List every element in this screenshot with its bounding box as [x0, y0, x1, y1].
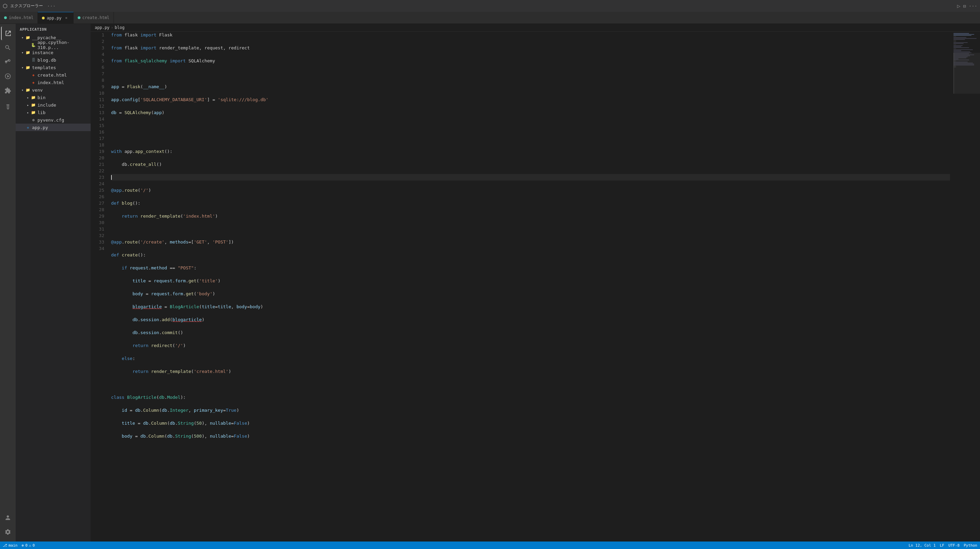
activity-bar [0, 24, 16, 541]
tree-item-app-cpython[interactable]: 🐍 app.cpython-310.p... [16, 41, 91, 49]
tab-label-index-html: index.html [9, 15, 33, 20]
title-bar-label: エクスプローラー [10, 3, 43, 9]
tree-item-venv[interactable]: ▾ 📁 venv [16, 86, 91, 94]
tree-label-pyvenv-cfg: pyvenv.cfg [38, 117, 64, 122]
status-line-ending[interactable]: LF [940, 543, 944, 547]
title-bar-menu-dots[interactable]: ··· [47, 3, 56, 9]
status-language[interactable]: Python [964, 543, 977, 547]
file-icon-pyvenv-cfg: ⚙ [31, 117, 36, 122]
activity-extensions[interactable] [1, 84, 15, 97]
tab-icon-app-py [42, 17, 45, 19]
code-line-8 [111, 122, 950, 129]
activity-run-debug[interactable] [1, 70, 15, 83]
folder-icon-instance: 📁 [25, 50, 31, 55]
code-line-4 [111, 70, 950, 77]
activity-explorer[interactable] [1, 27, 15, 40]
code-line-17: @app.route('/create', methods=['GET', 'P… [111, 239, 950, 245]
status-bar: ⎇ main ⊗ 0 ⚠ 0 Ln 12, Col 1 LF UTF-8 Pyt… [0, 541, 980, 549]
code-line-25: return redirect('/') [111, 342, 950, 349]
tree-item-include[interactable]: ▸ 📁 include [16, 101, 91, 109]
code-line-34 [111, 459, 950, 465]
tab-app-py[interactable]: app.py ✕ [38, 12, 73, 24]
file-icon-app-cpython: 🐍 [31, 42, 36, 48]
code-line-18: def create(): [111, 252, 950, 258]
status-encoding[interactable]: UTF-8 [948, 543, 959, 547]
tree-item-bin[interactable]: ▸ 📁 bin [16, 94, 91, 101]
tree-item-blog-db[interactable]: 🗄 blog.db [16, 56, 91, 64]
status-errors[interactable]: ⊗ 0 ⚠ 0 [22, 543, 35, 547]
sidebar-title: APPLICATION [16, 24, 91, 34]
code-line-23: db.session.add(blogarticle) [111, 316, 950, 323]
activity-search[interactable] [1, 41, 15, 54]
tree-item-app-py[interactable]: ◈ app.py [16, 124, 91, 131]
code-line-3: from flask_sqlalchemy import SQLAlchemy [111, 57, 950, 64]
chevron-down-icon: ▾ [20, 35, 25, 40]
code-line-20: title = request.form.get('title') [111, 278, 950, 284]
status-branch[interactable]: ⎇ main [3, 543, 18, 547]
tab-close-app-py[interactable]: ✕ [64, 15, 69, 21]
activity-testing[interactable] [1, 101, 15, 114]
title-bar: ⬡ エクスプローラー ··· ▷ ⊟ ··· [0, 0, 980, 12]
tree-item-templates[interactable]: ▾ 📁 templates [16, 64, 91, 71]
code-editor[interactable]: 12345 678910 1112131415 1617181920 21222… [91, 32, 980, 541]
tab-bar: index.html app.py ✕ create.html [0, 12, 980, 24]
code-line-26: else: [111, 355, 950, 362]
folder-icon-bin: 📁 [31, 95, 36, 100]
tree-item-pyvenv-cfg[interactable]: ⚙ pyvenv.cfg [16, 116, 91, 124]
git-branch-icon: ⎇ [3, 543, 7, 547]
tree-item-lib[interactable]: ▸ 📁 lib [16, 109, 91, 116]
file-icon-blog-db: 🗄 [31, 57, 36, 63]
tree-label-blog-db: blog.db [38, 57, 56, 63]
tab-label-create-html: create.html [83, 15, 110, 20]
tab-icon-index-html [4, 16, 7, 19]
code-line-21: body = request.form.get('body') [111, 290, 950, 297]
status-position[interactable]: Ln 12, Col 1 [908, 543, 935, 547]
breadcrumb-file: app.py [95, 25, 110, 30]
tree-item-instance[interactable]: ▾ 📁 instance [16, 49, 91, 56]
tree-label-app-py: app.py [32, 125, 48, 130]
file-icon-create-html: ◈ [31, 72, 36, 78]
file-icon-index-html: ◈ [31, 80, 36, 85]
code-line-15: return render_template('index.html') [111, 213, 950, 219]
tree-label-venv: venv [32, 87, 43, 93]
sidebar: APPLICATION ▾ 📁 __pycache__ 🐍 app.cpytho… [16, 24, 91, 541]
code-line-11: db.create_all() [111, 161, 950, 168]
code-line-16 [111, 226, 950, 232]
split-editor-button[interactable]: ⊟ [963, 3, 966, 9]
error-icon: ⊗ [22, 543, 24, 547]
more-actions-button[interactable]: ··· [969, 3, 977, 9]
folder-icon-templates: 📁 [25, 65, 31, 70]
tree-item-index-html[interactable]: ◈ index.html [16, 79, 91, 86]
tab-index-html[interactable]: index.html [0, 12, 38, 24]
code-line-30: id = db.Column(db.Integer, primary_key=T… [111, 407, 950, 413]
tree-item-create-html[interactable]: ◈ create.html [16, 71, 91, 79]
breadcrumb-symbol: blog [115, 25, 125, 30]
line-numbers: 12345 678910 1112131415 1617181920 21222… [91, 32, 108, 541]
tree-label-create-html: create.html [38, 73, 67, 78]
code-content[interactable]: from flask import Flask from flask impor… [108, 32, 953, 541]
activity-accounts[interactable] [1, 511, 15, 525]
tab-icon-create-html [78, 16, 80, 19]
activity-settings[interactable] [1, 525, 15, 539]
code-line-22: blogarticle = BlogArticle(title=title, b… [111, 303, 950, 310]
tree-label-lib: lib [38, 110, 45, 115]
code-line-31: title = db.Column(db.String(50), nullabl… [111, 420, 950, 427]
activity-source-control[interactable] [1, 55, 15, 69]
code-line-9 [111, 135, 950, 142]
tab-create-html[interactable]: create.html [73, 12, 114, 24]
code-line-5: app = Flask(__name__) [111, 83, 950, 90]
tab-label-app-py: app.py [47, 16, 61, 21]
file-icon-app-py: ◈ [25, 125, 31, 130]
editor-area: app.py › blog 12345 678910 1112131415 16… [91, 24, 980, 541]
run-button[interactable]: ▷ [957, 3, 961, 9]
code-line-12 [111, 174, 950, 181]
code-line-7: db = SQLAlchemy(app) [111, 109, 950, 116]
code-line-6: app.config['SQLALCHEMY_DATABASE_URI'] = … [111, 97, 950, 103]
chevron-down-icon-templates: ▾ [20, 65, 25, 70]
code-line-24: db.session.commit() [111, 329, 950, 336]
chevron-right-icon-include: ▸ [25, 102, 31, 108]
folder-icon-include: 📁 [31, 102, 36, 108]
code-line-28 [111, 381, 950, 387]
tree-label-pycache: __pycache__ [32, 35, 61, 40]
code-line-10: with app.app_context(): [111, 148, 950, 155]
